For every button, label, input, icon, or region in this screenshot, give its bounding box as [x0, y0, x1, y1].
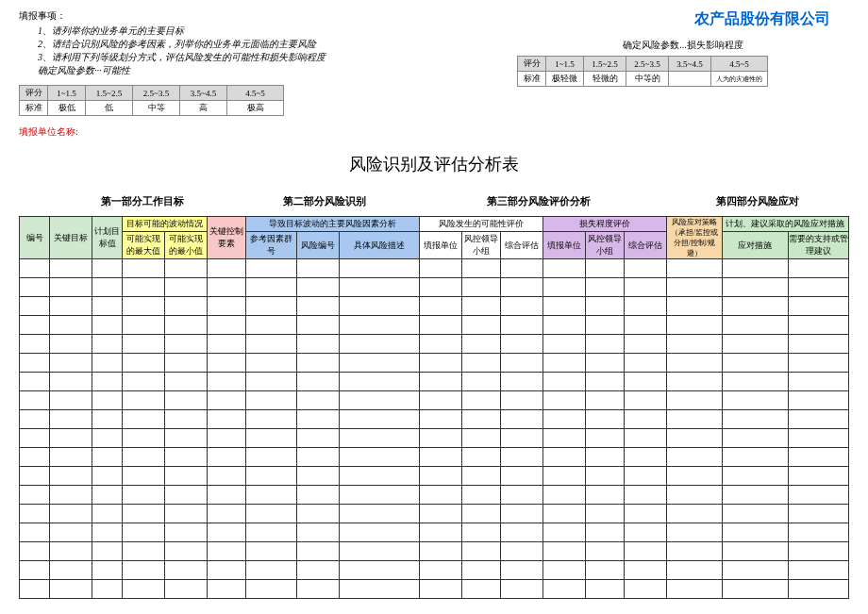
cell[interactable] [296, 429, 339, 448]
cell[interactable] [624, 335, 666, 354]
cell[interactable] [339, 467, 420, 486]
cell[interactable] [123, 354, 165, 373]
cell[interactable] [339, 335, 420, 354]
cell[interactable] [208, 278, 246, 297]
cell[interactable] [339, 297, 420, 316]
cell[interactable] [208, 354, 246, 373]
cell[interactable] [20, 335, 50, 354]
cell[interactable] [586, 580, 625, 599]
cell[interactable] [246, 373, 297, 391]
cell[interactable] [339, 373, 420, 391]
cell[interactable] [92, 278, 123, 297]
cell[interactable] [50, 542, 92, 561]
cell[interactable] [462, 297, 501, 316]
cell[interactable] [788, 542, 848, 561]
cell[interactable] [462, 523, 501, 542]
cell[interactable] [788, 316, 848, 335]
cell[interactable] [20, 523, 50, 542]
cell[interactable] [20, 373, 50, 391]
cell[interactable] [666, 373, 722, 391]
cell[interactable] [501, 373, 543, 391]
cell[interactable] [339, 354, 420, 373]
cell[interactable] [586, 297, 625, 316]
cell[interactable] [50, 259, 92, 278]
cell[interactable] [339, 505, 420, 523]
cell[interactable] [208, 542, 246, 561]
cell[interactable] [246, 561, 297, 580]
cell[interactable] [246, 542, 297, 561]
cell[interactable] [462, 542, 501, 561]
cell[interactable] [246, 467, 297, 486]
cell[interactable] [339, 316, 420, 335]
cell[interactable] [501, 354, 543, 373]
cell[interactable] [123, 561, 165, 580]
cell[interactable] [543, 523, 586, 542]
cell[interactable] [246, 278, 297, 297]
cell[interactable] [92, 580, 123, 599]
cell[interactable] [420, 373, 462, 391]
cell[interactable] [20, 505, 50, 523]
cell[interactable] [788, 373, 848, 391]
cell[interactable] [123, 467, 165, 486]
cell[interactable] [543, 505, 586, 523]
cell[interactable] [666, 486, 722, 505]
cell[interactable] [788, 448, 848, 467]
cell[interactable] [462, 354, 501, 373]
cell[interactable] [296, 335, 339, 354]
cell[interactable] [462, 580, 501, 599]
cell[interactable] [296, 580, 339, 599]
cell[interactable] [543, 410, 586, 429]
cell[interactable] [543, 259, 586, 278]
cell[interactable] [722, 542, 788, 561]
cell[interactable] [788, 259, 848, 278]
cell[interactable] [501, 486, 543, 505]
cell[interactable] [123, 542, 165, 561]
cell[interactable] [666, 316, 722, 335]
cell[interactable] [501, 561, 543, 580]
cell[interactable] [123, 373, 165, 391]
cell[interactable] [246, 259, 297, 278]
cell[interactable] [543, 297, 586, 316]
cell[interactable] [339, 391, 420, 410]
cell[interactable] [165, 259, 208, 278]
cell[interactable] [296, 373, 339, 391]
cell[interactable] [92, 561, 123, 580]
cell[interactable] [208, 467, 246, 486]
cell[interactable] [92, 410, 123, 429]
cell[interactable] [722, 373, 788, 391]
cell[interactable] [666, 542, 722, 561]
cell[interactable] [296, 448, 339, 467]
cell[interactable] [92, 448, 123, 467]
cell[interactable] [586, 505, 625, 523]
cell[interactable] [165, 410, 208, 429]
cell[interactable] [208, 316, 246, 335]
cell[interactable] [543, 561, 586, 580]
cell[interactable] [296, 278, 339, 297]
cell[interactable] [788, 278, 848, 297]
cell[interactable] [586, 523, 625, 542]
cell[interactable] [92, 505, 123, 523]
cell[interactable] [165, 561, 208, 580]
cell[interactable] [624, 259, 666, 278]
cell[interactable] [624, 523, 666, 542]
cell[interactable] [246, 297, 297, 316]
cell[interactable] [50, 354, 92, 373]
cell[interactable] [92, 542, 123, 561]
cell[interactable] [543, 467, 586, 486]
cell[interactable] [20, 561, 50, 580]
cell[interactable] [666, 278, 722, 297]
cell[interactable] [420, 410, 462, 429]
cell[interactable] [420, 429, 462, 448]
cell[interactable] [501, 259, 543, 278]
cell[interactable] [296, 259, 339, 278]
cell[interactable] [123, 391, 165, 410]
cell[interactable] [462, 448, 501, 467]
cell[interactable] [92, 259, 123, 278]
cell[interactable] [50, 297, 92, 316]
cell[interactable] [92, 429, 123, 448]
cell[interactable] [543, 542, 586, 561]
cell[interactable] [246, 429, 297, 448]
cell[interactable] [722, 335, 788, 354]
cell[interactable] [246, 523, 297, 542]
cell[interactable] [586, 486, 625, 505]
